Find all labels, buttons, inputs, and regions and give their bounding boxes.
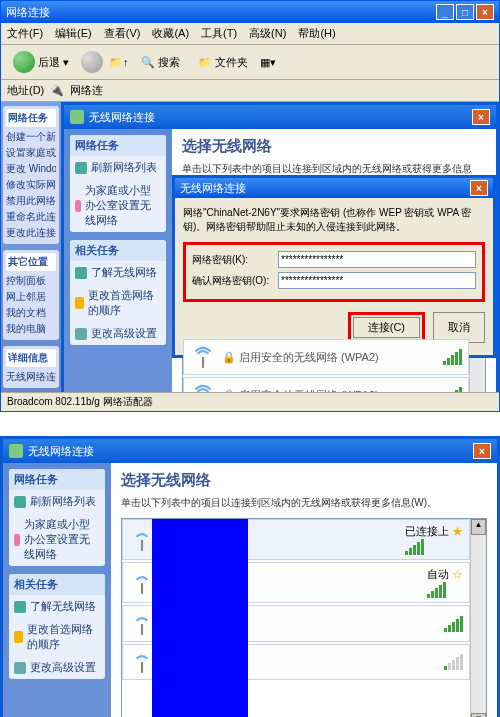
- menu-fav[interactable]: 收藏(A): [152, 26, 189, 41]
- side-group-network-tasks: 网络任务: [6, 109, 56, 127]
- side-group-other: 其它位置: [6, 253, 56, 271]
- wlan-titlebar[interactable]: 无线网络连接 ×: [64, 105, 496, 129]
- back-button[interactable]: 后退 ▾: [7, 49, 75, 75]
- network-key-label: 网络密钥(K):: [192, 253, 270, 267]
- network-key-input[interactable]: [278, 251, 476, 268]
- list-item[interactable]: 更改此连接: [6, 225, 56, 241]
- list-item[interactable]: 网上邻居: [6, 289, 56, 305]
- advanced-settings-link[interactable]: 更改高级设置: [70, 322, 166, 345]
- home-icon: [14, 534, 20, 546]
- signal-bars: [444, 616, 463, 632]
- gear-icon: [14, 662, 26, 674]
- network-item[interactable]: 🔒启用安全的无线网络 (WPA2): [183, 377, 469, 392]
- pw-description: 网络"ChinaNet-2N6Y"要求网络密钥 (也称作 WEP 密钥或 WPA…: [183, 206, 485, 234]
- list-item[interactable]: 更改 Windo: [6, 161, 56, 177]
- signal-bars: [444, 654, 463, 670]
- list-item[interactable]: 我的电脑: [6, 321, 56, 337]
- menu-edit[interactable]: 编辑(E): [55, 26, 92, 41]
- wlan-main: 选择无线网络 单击以下列表中的项目以连接到区域内的无线网络或获得更多信息(W)。…: [172, 129, 496, 392]
- wlan-close-button-2[interactable]: ×: [473, 443, 491, 459]
- setup-network-link[interactable]: 为家庭或小型办公室设置无线网络: [9, 513, 105, 566]
- explorer-title: 网络连接: [6, 5, 50, 20]
- refresh-icon: [14, 496, 26, 508]
- pw-title: 无线网络连接: [180, 181, 246, 196]
- folders-button[interactable]: 📁文件夹: [192, 53, 254, 72]
- signal-bars: [427, 582, 463, 598]
- wlan-sidebar-2: 网络任务 刷新网络列表 为家庭或小型办公室设置无线网络 相关任务 了解无线网络 …: [3, 463, 111, 717]
- menu-tools[interactable]: 工具(T): [201, 26, 237, 41]
- wlan-heading: 选择无线网络: [182, 137, 486, 156]
- star-icon: [75, 297, 84, 309]
- lock-icon: 🔒: [222, 351, 236, 364]
- forward-button[interactable]: [81, 51, 103, 73]
- scrollbar[interactable]: ▲▼: [470, 519, 486, 717]
- wlan-subtext-2: 单击以下列表中的项目以连接到区域内的无线网络或获得更多信息(W)。: [121, 496, 487, 510]
- learn-wireless-link[interactable]: 了解无线网络: [9, 595, 105, 618]
- connected-badge: 已连接上: [405, 525, 449, 537]
- wlan-icon: [70, 110, 84, 124]
- confirm-key-input[interactable]: [278, 272, 476, 289]
- star-icon: ☆: [452, 568, 463, 580]
- highlight-box: 网络密钥(K): 确认网络密钥(O):: [183, 242, 485, 302]
- list-item[interactable]: 控制面板: [6, 273, 56, 289]
- star-icon: ★: [452, 525, 463, 537]
- refresh-networks-link[interactable]: 刷新网络列表: [70, 156, 166, 179]
- minimize-button[interactable]: _: [436, 4, 454, 20]
- star-icon: [14, 631, 23, 643]
- auto-badge: 自动: [427, 568, 449, 580]
- list-item[interactable]: 我的文档: [6, 305, 56, 321]
- refresh-networks-link[interactable]: 刷新网络列表: [9, 490, 105, 513]
- learn-wireless-link[interactable]: 了解无线网络: [70, 261, 166, 284]
- explorer-window: 网络连接 _ □ × 文件(F) 编辑(E) 查看(V) 收藏(A) 工具(T)…: [0, 0, 500, 412]
- list-item[interactable]: 修改实际网: [6, 177, 56, 193]
- views-button[interactable]: ▦▾: [260, 56, 276, 69]
- gear-icon: [75, 328, 87, 340]
- change-order-link[interactable]: 更改首选网络的顺序: [70, 284, 166, 322]
- explorer-titlebar[interactable]: 网络连接 _ □ ×: [1, 1, 499, 23]
- side-head-related: 相关任务: [70, 240, 166, 261]
- side-head-network-tasks: 网络任务: [70, 135, 166, 156]
- signal-bars: [443, 387, 462, 392]
- wlan-heading-2: 选择无线网络: [121, 471, 487, 490]
- pw-close-button[interactable]: ×: [470, 180, 488, 196]
- change-order-link[interactable]: 更改首选网络的顺序: [9, 618, 105, 656]
- password-dialog: 无线网络连接 × 网络"ChinaNet-2N6Y"要求网络密钥 (也称作 WE…: [172, 175, 496, 358]
- list-item[interactable]: 创建一个新: [6, 129, 56, 145]
- menu-help[interactable]: 帮助(H): [298, 26, 335, 41]
- home-icon: [75, 200, 81, 212]
- wlan-title-text: 无线网络连接: [89, 110, 155, 125]
- lock-icon: 🔒: [222, 389, 236, 393]
- signal-bars: [443, 349, 462, 365]
- explorer-side-pane: 网络任务 创建一个新 设置家庭或 更改 Windo 修改实际网 禁用此网络 重命…: [1, 102, 61, 392]
- wlan-window-2: 无线网络连接 × 网络任务 刷新网络列表 为家庭或小型办公室设置无线网络 相关任…: [0, 436, 500, 717]
- signal-bars: [405, 539, 463, 555]
- list-item: 无线网络连: [6, 369, 56, 385]
- up-button[interactable]: 📁↑: [109, 56, 129, 69]
- antenna-icon: [190, 382, 216, 392]
- wlan-titlebar-2[interactable]: 无线网络连接 ×: [3, 439, 497, 463]
- wlan-close-button[interactable]: ×: [472, 109, 490, 125]
- menu-view[interactable]: 查看(V): [104, 26, 141, 41]
- address-value[interactable]: 网络连: [70, 83, 103, 98]
- side-group-details: 详细信息: [6, 349, 56, 367]
- list-item[interactable]: 重命名此连: [6, 209, 56, 225]
- info-icon: [75, 267, 87, 279]
- wlan-sidebar: 网络任务 刷新网络列表 为家庭或小型办公室设置无线网络 相关任务 了解无线网络 …: [64, 129, 172, 392]
- menu-adv[interactable]: 高级(N): [249, 26, 286, 41]
- close-button[interactable]: ×: [476, 4, 494, 20]
- maximize-button[interactable]: □: [456, 4, 474, 20]
- back-icon: [13, 51, 35, 73]
- list-item[interactable]: 禁用此网络: [6, 193, 56, 209]
- confirm-key-label: 确认网络密钥(O):: [192, 274, 270, 288]
- address-bar: 地址(D) 🔌 网络连: [1, 80, 499, 102]
- menu-file[interactable]: 文件(F): [7, 26, 43, 41]
- refresh-icon: [75, 162, 87, 174]
- connect-button[interactable]: 连接(C): [353, 317, 420, 338]
- network-item[interactable]: 🔒启用安全的无线网络 (WPA2): [183, 339, 469, 375]
- advanced-settings-link[interactable]: 更改高级设置: [9, 656, 105, 679]
- setup-network-link[interactable]: 为家庭或小型办公室设置无线网络: [70, 179, 166, 232]
- search-button[interactable]: 🔍搜索: [135, 53, 186, 72]
- list-item[interactable]: 设置家庭或: [6, 145, 56, 161]
- pw-titlebar[interactable]: 无线网络连接 ×: [175, 178, 493, 198]
- info-icon: [14, 601, 26, 613]
